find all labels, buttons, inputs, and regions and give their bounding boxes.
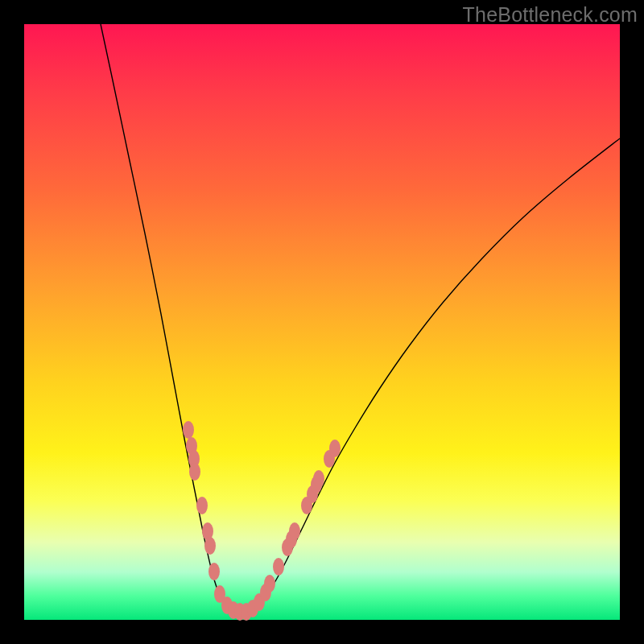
- data-markers: [183, 421, 341, 621]
- data-marker: [183, 421, 194, 439]
- data-marker: [204, 537, 216, 555]
- data-marker: [289, 522, 300, 540]
- data-marker: [264, 575, 275, 592]
- data-marker: [329, 440, 341, 457]
- data-marker: [208, 563, 220, 580]
- watermark-text: TheBottleneck.com: [463, 3, 638, 27]
- plot-area: [24, 24, 620, 620]
- data-marker: [189, 463, 200, 481]
- data-marker: [196, 497, 208, 514]
- data-marker: [273, 558, 284, 576]
- chart-frame: TheBottleneck.com: [0, 0, 644, 644]
- bottleneck-curve-svg: [24, 24, 620, 620]
- bottleneck-curve: [101, 24, 620, 613]
- data-marker: [313, 470, 324, 488]
